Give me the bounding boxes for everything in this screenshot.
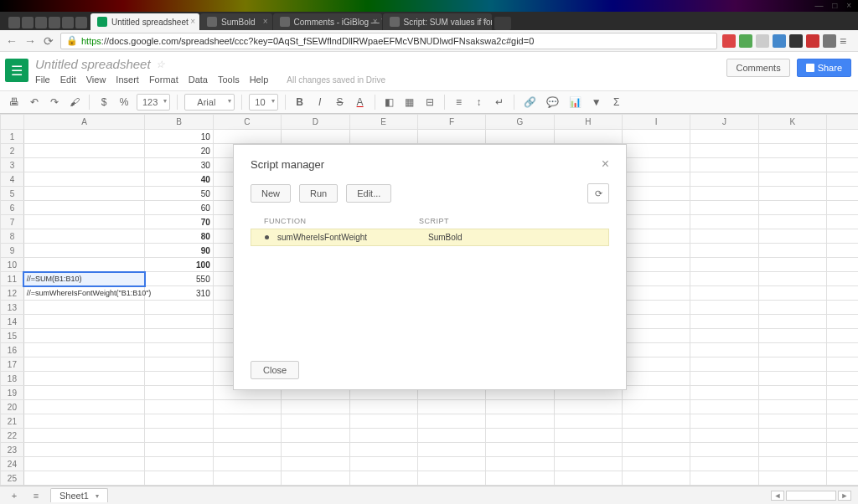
cell[interactable] (23, 130, 145, 144)
cell[interactable] (690, 130, 758, 144)
menu-insert[interactable]: Insert (116, 75, 139, 85)
cell[interactable] (827, 201, 858, 215)
script-row[interactable]: sumWhereIsFontWeight SumBold (251, 229, 609, 246)
functions-icon[interactable]: Σ (609, 94, 624, 111)
ext-icon[interactable] (739, 34, 752, 48)
row-header[interactable]: 22 (1, 429, 24, 443)
close-icon[interactable]: × (263, 17, 268, 26)
cell[interactable] (486, 429, 554, 443)
cell[interactable] (486, 486, 554, 486)
reload-button[interactable]: ⟳ (42, 34, 55, 48)
cell[interactable] (23, 329, 145, 343)
row-header[interactable]: 3 (1, 158, 24, 172)
cell[interactable] (690, 301, 758, 315)
cell[interactable] (23, 372, 145, 386)
cell[interactable] (417, 130, 485, 144)
cell[interactable] (623, 158, 690, 172)
cell[interactable] (623, 457, 690, 471)
cell[interactable] (827, 457, 858, 471)
cell[interactable] (417, 429, 485, 443)
column-header[interactable]: A (23, 115, 145, 130)
cell[interactable] (145, 429, 213, 443)
row-header[interactable]: 7 (1, 215, 24, 229)
cell[interactable] (623, 400, 690, 414)
cell[interactable] (690, 244, 758, 258)
cell[interactable] (827, 130, 858, 144)
chart-icon[interactable]: 📊 (566, 94, 584, 111)
cell[interactable] (690, 471, 758, 486)
cell[interactable] (758, 144, 826, 158)
undo-icon[interactable]: ↶ (27, 94, 42, 111)
browser-tab[interactable]: Script: SUM values if font× (383, 13, 492, 30)
close-icon[interactable]: × (602, 157, 609, 172)
cell[interactable] (282, 471, 349, 486)
cell[interactable] (758, 244, 826, 258)
cell[interactable]: //=sumWhereIsFontWeight("B1:B10") (23, 286, 145, 301)
sheet-tab[interactable]: Sheet1 (50, 488, 108, 502)
borders-icon[interactable]: ▦ (402, 94, 417, 111)
cell[interactable] (349, 486, 417, 486)
cell[interactable] (623, 357, 690, 372)
font-select[interactable]: Arial (184, 94, 235, 111)
cell[interactable] (554, 443, 622, 457)
cell[interactable] (282, 429, 349, 443)
back-button[interactable]: ← (5, 34, 18, 48)
pinned-icon[interactable] (35, 17, 47, 28)
cell[interactable] (623, 286, 690, 301)
pinned-icon[interactable] (8, 17, 20, 28)
cell[interactable] (690, 343, 758, 357)
cell[interactable] (23, 429, 145, 443)
cell[interactable] (758, 400, 826, 414)
cell[interactable] (827, 158, 858, 172)
close-icon[interactable]: × (373, 17, 378, 26)
cell[interactable] (690, 258, 758, 272)
cell[interactable] (690, 272, 758, 286)
cell[interactable] (23, 486, 145, 486)
cell[interactable] (758, 372, 826, 386)
pinned-icon[interactable] (22, 17, 34, 28)
cell[interactable] (623, 471, 690, 486)
cell[interactable]: //=SUM(B1:B10) (23, 272, 145, 286)
cell[interactable] (827, 172, 858, 187)
cell[interactable] (690, 329, 758, 343)
ext-icon[interactable] (823, 34, 836, 48)
cell[interactable] (758, 301, 826, 315)
halign-icon[interactable]: ≡ (452, 94, 467, 111)
cell[interactable] (827, 244, 858, 258)
cell[interactable] (827, 329, 858, 343)
sheets-logo-icon[interactable]: ☰ (5, 59, 28, 82)
cell[interactable] (554, 130, 622, 144)
pinned-icon[interactable] (75, 17, 87, 28)
row-header[interactable]: 16 (1, 343, 24, 357)
cell[interactable] (827, 315, 858, 329)
forward-button[interactable]: → (23, 34, 37, 48)
format-number[interactable]: 123 (137, 94, 170, 111)
cell[interactable] (417, 457, 485, 471)
cell[interactable] (554, 471, 622, 486)
print-icon[interactable]: 🖶 (7, 94, 22, 111)
cell[interactable]: 80 (145, 229, 213, 244)
cell[interactable] (349, 457, 417, 471)
cell[interactable] (623, 329, 690, 343)
row-header[interactable]: 10 (1, 258, 24, 272)
cell[interactable] (758, 429, 826, 443)
cell[interactable] (827, 471, 858, 486)
cell[interactable] (23, 244, 145, 258)
cell[interactable] (623, 229, 690, 244)
new-button[interactable]: New (251, 184, 291, 203)
cell[interactable] (758, 315, 826, 329)
cell[interactable] (758, 172, 826, 187)
bold-icon[interactable]: B (292, 94, 308, 111)
cell[interactable] (554, 429, 622, 443)
cell[interactable] (554, 414, 622, 429)
cell[interactable] (623, 414, 690, 429)
cell[interactable] (690, 386, 758, 400)
cell[interactable] (145, 457, 213, 471)
strike-icon[interactable]: S (333, 94, 348, 111)
cell[interactable] (486, 471, 554, 486)
new-tab-button[interactable] (494, 17, 511, 30)
row-header[interactable]: 5 (1, 187, 24, 201)
row-header[interactable]: 6 (1, 201, 24, 215)
cell[interactable] (758, 187, 826, 201)
cell[interactable] (758, 286, 826, 301)
